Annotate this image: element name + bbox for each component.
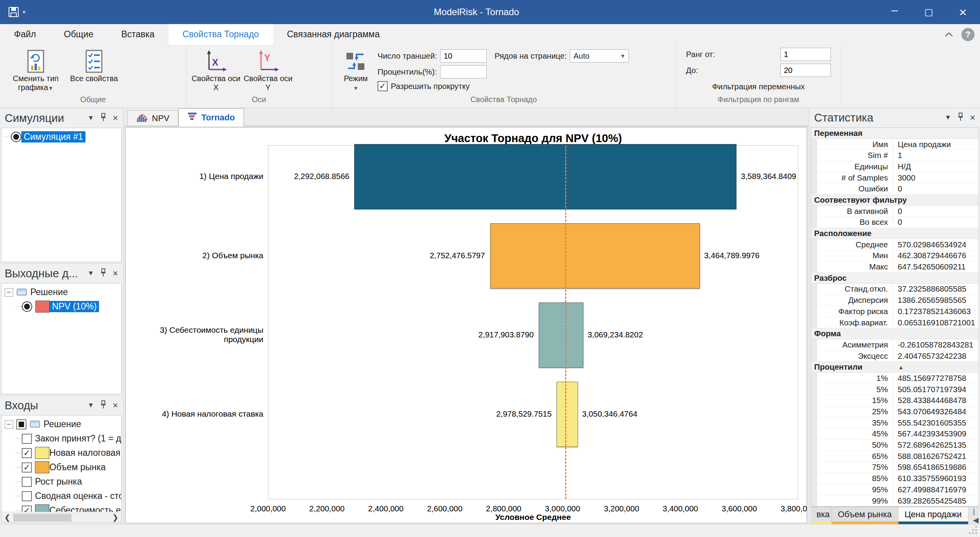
checkbox[interactable] — [22, 448, 32, 458]
tab-general[interactable]: Общие — [50, 24, 108, 45]
scrollbar-thumb[interactable] — [13, 514, 71, 521]
scroll-left-icon[interactable]: ❮ — [2, 513, 13, 522]
tree-item[interactable]: Сводная оценка - стои — [2, 489, 121, 503]
first-tab-icon[interactable]: |◀ — [973, 507, 979, 525]
mode-icon — [345, 49, 367, 74]
tree-item[interactable]: Закон принят? (1 = да) — [2, 431, 121, 446]
variable-tab[interactable]: Объем рынка — [832, 507, 898, 524]
tree-node-label: Решение — [30, 287, 68, 297]
maximize-button[interactable] — [912, 0, 946, 24]
stats-row: 35% 555.542301605355 — [811, 417, 978, 429]
close-icon[interactable]: × — [113, 268, 118, 279]
close-icon[interactable]: × — [970, 112, 975, 123]
panel-menu-icon[interactable]: ▼ — [87, 269, 94, 277]
chevron-down-icon: ▼ — [353, 85, 359, 91]
pin-icon[interactable] — [100, 113, 106, 123]
stats-row: Среднее 570.029846534924 — [811, 239, 978, 250]
pin-icon[interactable] — [100, 400, 106, 411]
tab-file[interactable]: Файл — [0, 24, 50, 45]
checkbox[interactable] — [22, 434, 32, 444]
bar-high-value: 3,069,234.8202 — [588, 330, 643, 339]
stats-row: # of Samples 3000 — [811, 172, 978, 184]
radio-selected-icon[interactable] — [11, 132, 21, 142]
stats-row: 25% 543.070649326484 — [811, 406, 978, 417]
tree-node-solution[interactable]: Решение — [2, 285, 121, 299]
stats-row-label: Эксцесс — [817, 351, 893, 361]
panel-menu-icon[interactable]: ▼ — [87, 401, 94, 409]
svg-text:Y: Y — [264, 52, 270, 63]
outputs-panel: Выходные д... ▼ × Решение — [0, 263, 123, 395]
filter-variables-button[interactable]: Фильтрация переменных — [681, 80, 836, 94]
stats-row-label: Мин — [817, 251, 893, 260]
tree-item[interactable]: Рост рынка — [2, 474, 121, 489]
ribbon-collapse-icon[interactable] — [944, 32, 954, 37]
statistics-table: Переменная Имя Цена продажи Sim # 1 Един… — [811, 127, 979, 507]
checkbox[interactable] — [22, 462, 32, 473]
all-properties-icon — [84, 49, 104, 74]
close-button[interactable] — [946, 0, 980, 24]
close-icon[interactable]: × — [113, 400, 118, 411]
qat-dropdown-icon[interactable]: ▾ — [23, 9, 26, 16]
close-icon[interactable]: × — [113, 113, 118, 123]
statistics-panel: Статистика ▼ × Переменная Имя Цена прода… — [809, 108, 980, 524]
group-label-tornado: Свойства Торнадо — [332, 95, 675, 108]
stats-row: 45% 567.442393453909 — [811, 429, 978, 440]
collapse-expander-icon[interactable] — [5, 420, 13, 429]
rows-per-page-select[interactable]: Auto ▼ — [570, 49, 629, 63]
collapse-expander-icon[interactable] — [5, 288, 13, 297]
stats-row-label: Имя — [817, 140, 893, 149]
pin-icon[interactable] — [957, 112, 964, 123]
bar-high-value: 3,050,346.4764 — [582, 409, 638, 419]
stats-row-label: 5% — [817, 385, 893, 394]
tree-item[interactable]: Новая налоговая ста — [2, 446, 121, 460]
stats-row-label: Коэф.вариат. — [817, 318, 893, 327]
allow-scroll-checkbox[interactable] — [378, 81, 388, 91]
variable-tab[interactable]: Цена продажи — [898, 507, 968, 524]
variable-tab[interactable]: вка — [811, 507, 832, 524]
checkbox[interactable] — [22, 477, 32, 487]
change-chart-type-button[interactable]: Сменить тип графика▼ — [5, 48, 67, 92]
histogram-icon — [136, 112, 148, 125]
panel-menu-icon[interactable]: ▼ — [945, 114, 951, 122]
all-properties-button[interactable]: Все свойства — [69, 48, 119, 83]
rank-to-input[interactable] — [780, 64, 831, 77]
minimize-button[interactable] — [877, 0, 912, 24]
tab-npv[interactable]: NPV — [127, 110, 178, 126]
tristate-checkbox[interactable] — [16, 419, 26, 429]
tree-item[interactable]: Объем рынка — [2, 460, 121, 474]
scroll-right-icon[interactable]: ❯ — [110, 513, 121, 522]
tab-insert[interactable]: Вставка — [107, 24, 169, 45]
y-axis-properties-button[interactable]: Y Свойства оси Y — [243, 48, 293, 92]
resize-grip[interactable] — [975, 532, 977, 534]
pin-icon[interactable] — [100, 268, 106, 279]
horizontal-scrollbar[interactable]: ❮ ❯ — [2, 512, 121, 523]
panel-menu-icon[interactable]: ▼ — [87, 114, 94, 122]
x-axis-properties-button[interactable]: X Свойства оси X — [191, 48, 241, 92]
stats-row-label: Дисперсия — [817, 295, 893, 305]
stats-row-label: 85% — [817, 474, 893, 483]
rank-from-input[interactable] — [780, 48, 831, 61]
tornado-bar — [539, 302, 583, 368]
tranches-input[interactable] — [440, 49, 487, 63]
stats-row-value: 570.029846534924 — [893, 240, 978, 249]
tab-tornado[interactable]: Tornado — [178, 108, 244, 126]
stats-row: Мин 462.308729446676 — [811, 250, 978, 262]
radio-selected-icon[interactable] — [22, 301, 32, 312]
save-icon[interactable] — [8, 6, 19, 18]
tree-item-simulation[interactable]: Симуляция #1 — [2, 130, 121, 144]
stats-row-label: Среднее — [817, 240, 893, 249]
checkbox[interactable] — [22, 491, 32, 501]
tree-item-npv[interactable]: NPV (10%) — [2, 299, 121, 314]
tab-linked-chart[interactable]: Связанная диаграмма — [273, 24, 394, 45]
tree-node-solution[interactable]: Решение — [2, 417, 121, 431]
mode-button[interactable]: Режим▼ — [336, 48, 375, 92]
help-icon[interactable]: ? — [961, 28, 975, 41]
tree-node-label: Решение — [44, 419, 81, 429]
stats-row: Асимметрия -0.261058782843281 — [811, 339, 978, 351]
percentile-input[interactable] — [440, 65, 487, 78]
tab-tornado-properties[interactable]: Свойства Торнадо — [169, 24, 273, 45]
stats-row: Единицы Н/Д — [811, 161, 978, 172]
stats-row-value: 647.542650609211 — [893, 262, 978, 271]
tree-item-label: Симуляция #1 — [21, 131, 85, 143]
bar-low-value: 2,752,476.5797 — [430, 251, 485, 260]
